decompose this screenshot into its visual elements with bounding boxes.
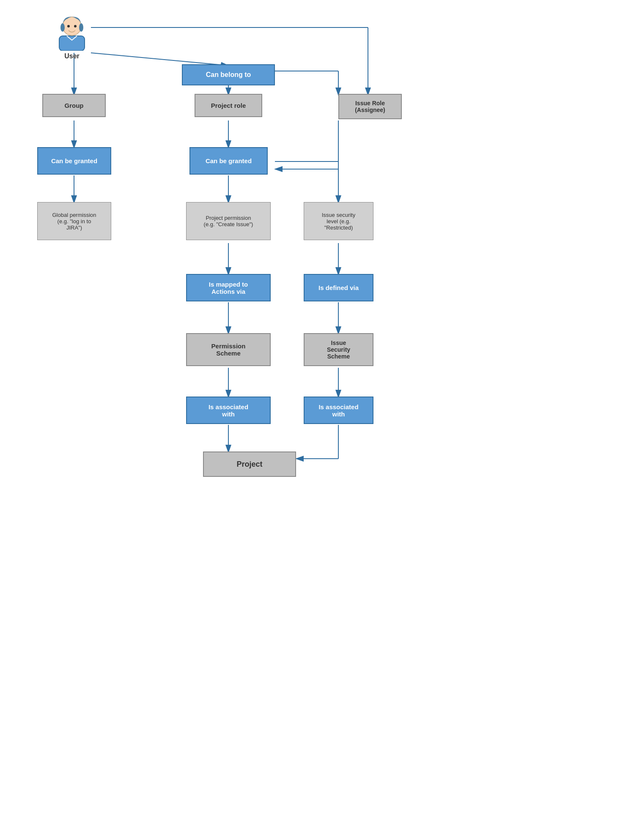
- can-be-granted-mid-node: Can be granted: [189, 147, 268, 175]
- user-figure: User: [55, 13, 89, 60]
- svg-rect-25: [59, 36, 85, 51]
- global-permission-node: Global permission (e.g. "log in to JIRA"…: [37, 202, 111, 240]
- can-be-granted-left-node: Can be granted: [37, 147, 111, 175]
- user-label: User: [64, 52, 80, 60]
- diagram-container: User Can belong to Group Project role Is…: [0, 0, 623, 840]
- project-role-node: Project role: [195, 94, 262, 117]
- is-associated-mid-node: Is associated with: [186, 397, 271, 424]
- group-node: Group: [42, 94, 106, 117]
- svg-line-1: [91, 53, 228, 66]
- permission-scheme-node: Permission Scheme: [186, 333, 271, 366]
- issue-security-level-node: Issue security level (e.g. "Restricted): [304, 202, 373, 240]
- is-associated-right-node: Is associated with: [304, 397, 373, 424]
- project-node: Project: [203, 451, 296, 477]
- svg-point-29: [67, 25, 70, 27]
- is-defined-via-node: Is defined via: [304, 274, 373, 301]
- can-belong-to-node: Can belong to: [182, 64, 275, 85]
- user-avatar-icon: [55, 13, 89, 51]
- svg-point-27: [60, 23, 65, 32]
- issue-security-scheme-node: Issue Security Scheme: [304, 333, 373, 366]
- issue-role-node: Issue Role (Assignee): [338, 94, 402, 119]
- svg-point-28: [79, 23, 83, 32]
- is-mapped-to-node: Is mapped to Actions via: [186, 274, 271, 301]
- project-permission-node: Project permission (e.g. "Create Issue"): [186, 202, 271, 240]
- svg-point-30: [74, 25, 77, 27]
